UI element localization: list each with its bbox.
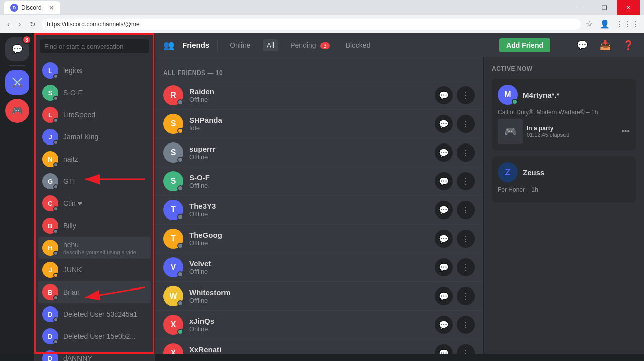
tab-pending[interactable]: Pending 3 bbox=[286, 39, 333, 51]
friend-status-dot bbox=[177, 300, 183, 306]
forward-button[interactable]: › bbox=[16, 19, 24, 29]
friend-message-button[interactable]: 💬 bbox=[435, 172, 453, 190]
friend-message-button[interactable]: 💬 bbox=[435, 230, 453, 248]
status-dot bbox=[53, 118, 58, 123]
dm-item[interactable]: DdANNNY bbox=[38, 347, 151, 361]
friend-item[interactable]: RRaidenOffline💬⋮ bbox=[155, 81, 483, 109]
friend-name: xJinQs bbox=[189, 317, 435, 325]
minimize-button[interactable]: ─ bbox=[569, 0, 592, 15]
friend-item[interactable]: VVelvetOffline💬⋮ bbox=[155, 253, 483, 281]
friends-list: ALL FRIENDS — 10 RRaidenOffline💬⋮SSHPand… bbox=[155, 57, 483, 354]
friend-message-button[interactable]: 💬 bbox=[435, 115, 453, 133]
help-icon[interactable]: ❓ bbox=[621, 38, 636, 53]
friend-item[interactable]: SS-O-FOffline💬⋮ bbox=[155, 167, 483, 195]
friend-more-button[interactable]: ⋮ bbox=[457, 172, 475, 190]
status-dot bbox=[53, 140, 58, 145]
friend-more-button[interactable]: ⋮ bbox=[457, 86, 475, 104]
close-button[interactable]: ✕ bbox=[617, 0, 640, 15]
active-user-activity-1: 🎮 In a party 01:12:45 elapsed ••• bbox=[498, 119, 630, 144]
friend-message-button[interactable]: 💬 bbox=[435, 316, 453, 334]
tab-all[interactable]: All bbox=[263, 39, 279, 51]
activity-more-icon[interactable]: ••• bbox=[621, 127, 630, 136]
dm-item[interactable]: JJUNK bbox=[38, 259, 151, 281]
browser-tab[interactable]: D Discord ✕ bbox=[4, 1, 60, 14]
tab-close-button[interactable]: ✕ bbox=[49, 4, 54, 12]
server-icon-1[interactable]: ⚔️ bbox=[5, 70, 29, 95]
friend-more-button[interactable]: ⋮ bbox=[457, 115, 475, 133]
dm-item[interactable]: DDeleted User 15e0b2... bbox=[38, 325, 151, 347]
friend-status: Offline bbox=[189, 239, 435, 247]
friend-more-button[interactable]: ⋮ bbox=[457, 344, 475, 354]
dm-avatar: L bbox=[42, 62, 58, 79]
server-icon-2[interactable]: 🎮 bbox=[5, 99, 29, 123]
friend-message-button[interactable]: 💬 bbox=[435, 143, 453, 162]
friend-name: Whitestorm bbox=[189, 288, 435, 297]
friend-item[interactable]: WWhitestormOffline💬⋮ bbox=[155, 281, 483, 310]
dm-item[interactable]: LLiteSpeed bbox=[38, 104, 151, 126]
status-dot bbox=[53, 317, 58, 322]
friend-item[interactable]: SSHPandaIdle💬⋮ bbox=[155, 109, 483, 138]
friend-name: The3Y3 bbox=[189, 202, 435, 210]
friend-message-button[interactable]: 💬 bbox=[435, 287, 453, 305]
back-button[interactable]: ‹ bbox=[4, 19, 13, 29]
dm-item[interactable]: DDeleted User 53c245a1 bbox=[38, 303, 151, 325]
friend-message-button[interactable]: 💬 bbox=[435, 258, 453, 276]
friend-item[interactable]: TTheGoogOffline💬⋮ bbox=[155, 224, 483, 253]
tab-online[interactable]: Online bbox=[226, 39, 254, 51]
tab-blocked[interactable]: Blocked bbox=[342, 39, 375, 51]
friend-message-button[interactable]: 💬 bbox=[435, 344, 453, 354]
active-user-card-2[interactable]: Z Zeuss For Honor – 1h bbox=[492, 156, 636, 202]
reload-button[interactable]: ↻ bbox=[27, 19, 39, 29]
friend-name: TheGoog bbox=[189, 231, 435, 239]
friend-status: Offline bbox=[189, 153, 435, 161]
dm-search[interactable] bbox=[34, 33, 155, 59]
profile-icon[interactable]: 👤 bbox=[600, 19, 610, 29]
dm-item-content: legios bbox=[63, 66, 147, 75]
dm-item[interactable]: Hhehudescribe yourself using a vide... bbox=[38, 237, 151, 259]
apps-icon[interactable]: ⋮⋮⋮ bbox=[616, 19, 640, 29]
dm-item[interactable]: JJamal King bbox=[38, 126, 151, 148]
dm-item[interactable]: CCtln ♥ bbox=[38, 192, 151, 214]
friend-more-button[interactable]: ⋮ bbox=[457, 230, 475, 248]
friend-info: S-O-FOffline bbox=[189, 173, 435, 189]
friend-item[interactable]: SsuperrrOffline💬⋮ bbox=[155, 138, 483, 167]
friend-avatar: W bbox=[163, 286, 183, 306]
bookmark-icon[interactable]: ☆ bbox=[586, 19, 593, 29]
friend-message-button[interactable]: 💬 bbox=[435, 86, 453, 104]
friend-actions: 💬⋮ bbox=[435, 115, 475, 133]
active-now-title: ACTIVE NOW bbox=[492, 65, 636, 73]
add-friend-button[interactable]: Add Friend bbox=[499, 38, 550, 52]
friend-message-button[interactable]: 💬 bbox=[435, 201, 453, 219]
friend-more-button[interactable]: ⋮ bbox=[457, 287, 475, 305]
friend-more-button[interactable]: ⋮ bbox=[457, 316, 475, 334]
friend-actions: 💬⋮ bbox=[435, 230, 475, 248]
status-dot bbox=[53, 206, 58, 211]
url-text: https://discord.com/channels/@me bbox=[47, 21, 139, 28]
dm-item[interactable]: SS-O-F bbox=[38, 82, 151, 104]
new-dm-icon[interactable]: 💬 bbox=[575, 38, 590, 53]
dm-item[interactable]: BBilly bbox=[38, 214, 151, 237]
active-user-header-1: M M4rtyna*.* bbox=[498, 85, 630, 105]
friends-nav-icon: 👥 bbox=[163, 40, 174, 51]
dm-item[interactable]: Llegios bbox=[38, 59, 151, 82]
friend-item[interactable]: XXxRenatiOffline💬⋮ bbox=[155, 339, 483, 354]
friend-more-button[interactable]: ⋮ bbox=[457, 201, 475, 219]
dm-server-icon[interactable]: 💬 3 bbox=[5, 37, 29, 61]
active-user-card-1[interactable]: M M4rtyna*.* Call of Duty®: Modern Warfa… bbox=[492, 79, 636, 150]
inbox-icon[interactable]: 📥 bbox=[598, 38, 613, 53]
status-dot bbox=[53, 184, 58, 189]
dm-item[interactable]: BBrian bbox=[38, 281, 151, 303]
friend-more-button[interactable]: ⋮ bbox=[457, 258, 475, 276]
friend-status-dot bbox=[177, 185, 183, 191]
address-bar[interactable]: https://discord.com/channels/@me bbox=[42, 19, 581, 30]
friend-item[interactable]: XxJinQsOnline💬⋮ bbox=[155, 310, 483, 339]
friend-avatar: X bbox=[163, 315, 183, 335]
friend-more-button[interactable]: ⋮ bbox=[457, 143, 475, 162]
dm-item[interactable]: GGTI bbox=[38, 170, 151, 192]
dm-item[interactable]: Nnaitz bbox=[38, 148, 151, 170]
search-input[interactable] bbox=[40, 39, 149, 53]
restore-button[interactable]: ❑ bbox=[593, 0, 616, 15]
dm-list: LlegiosSS-O-FLLiteSpeedJJamal KingNnaitz… bbox=[34, 33, 155, 361]
friend-status: Offline bbox=[189, 210, 435, 218]
friend-item[interactable]: TThe3Y3Offline💬⋮ bbox=[155, 195, 483, 224]
